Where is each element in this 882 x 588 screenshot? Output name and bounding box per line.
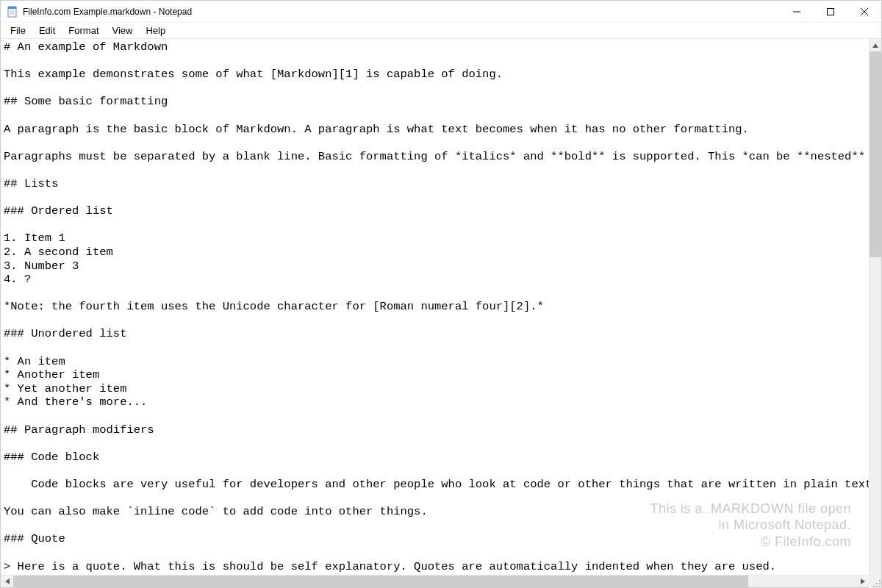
scroll-right-button[interactable] bbox=[856, 576, 869, 587]
scroll-up-button[interactable] bbox=[870, 39, 881, 51]
scroll-left-button[interactable] bbox=[1, 576, 13, 587]
svg-marker-9 bbox=[872, 43, 878, 48]
vertical-scroll-track[interactable] bbox=[870, 51, 881, 575]
svg-point-13 bbox=[876, 583, 878, 584]
horizontal-scroll-thumb[interactable] bbox=[13, 576, 748, 587]
svg-point-17 bbox=[879, 586, 881, 587]
maximize-icon bbox=[827, 8, 834, 15]
resize-grip[interactable] bbox=[869, 576, 881, 588]
chevron-left-icon bbox=[4, 578, 10, 584]
notepad-window: FileInfo.com Example.markdown - Notepad … bbox=[0, 0, 882, 588]
text-editor[interactable]: # An example of Markdown This example de… bbox=[1, 39, 869, 575]
notepad-app-icon bbox=[7, 6, 18, 18]
menu-help[interactable]: Help bbox=[139, 24, 172, 37]
vertical-scroll-thumb[interactable] bbox=[870, 51, 881, 257]
editor-wrap: # An example of Markdown This example de… bbox=[1, 39, 869, 575]
svg-marker-11 bbox=[861, 578, 865, 584]
minimize-icon bbox=[793, 8, 800, 15]
horizontal-scrollbar[interactable] bbox=[1, 575, 881, 587]
chevron-right-icon bbox=[860, 578, 866, 584]
menu-format[interactable]: Format bbox=[62, 24, 105, 37]
svg-point-16 bbox=[876, 586, 878, 587]
resize-grip-icon bbox=[872, 579, 881, 588]
svg-marker-10 bbox=[5, 578, 10, 584]
close-icon bbox=[861, 8, 868, 15]
svg-rect-6 bbox=[828, 8, 834, 15]
svg-point-14 bbox=[879, 583, 881, 584]
svg-point-15 bbox=[873, 586, 875, 587]
titlebar: FileInfo.com Example.markdown - Notepad bbox=[1, 1, 881, 23]
chevron-up-icon bbox=[872, 43, 878, 49]
window-title: FileInfo.com Example.markdown - Notepad bbox=[23, 7, 192, 17]
menu-edit[interactable]: Edit bbox=[32, 24, 62, 37]
menu-file[interactable]: File bbox=[4, 24, 32, 37]
menubar: File Edit Format View Help bbox=[1, 23, 881, 39]
vertical-scrollbar[interactable] bbox=[869, 39, 881, 575]
maximize-button[interactable] bbox=[814, 1, 847, 23]
minimize-button[interactable] bbox=[780, 1, 814, 23]
svg-rect-1 bbox=[8, 7, 16, 9]
horizontal-scroll-track[interactable] bbox=[13, 576, 856, 587]
content-area: # An example of Markdown This example de… bbox=[1, 39, 881, 575]
menu-view[interactable]: View bbox=[106, 24, 140, 37]
svg-point-12 bbox=[879, 580, 881, 581]
close-button[interactable] bbox=[847, 1, 881, 23]
